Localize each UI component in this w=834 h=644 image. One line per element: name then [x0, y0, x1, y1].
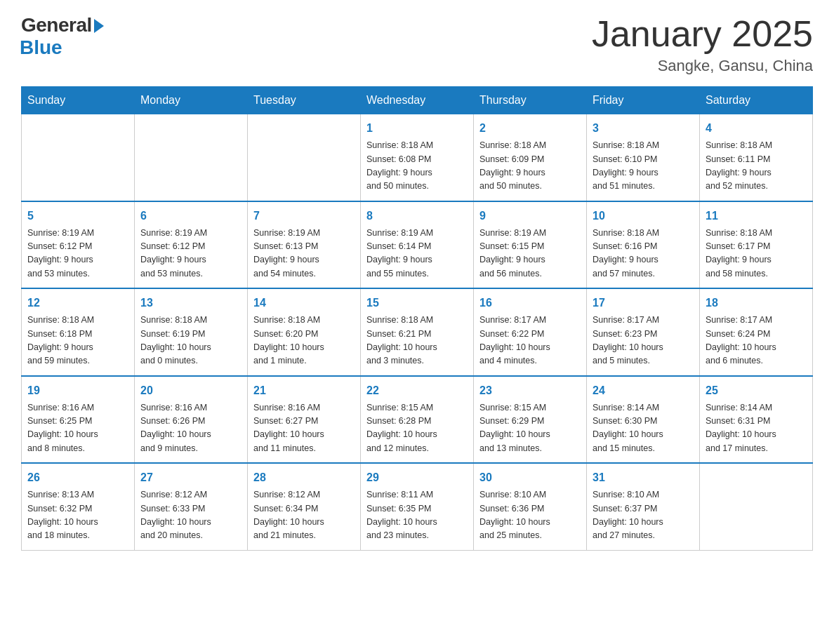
calendar-empty-cell — [135, 114, 248, 201]
page-header: General Blue January 2025 Sangke, Gansu,… — [21, 14, 813, 75]
day-info: Sunrise: 8:19 AMSunset: 6:15 PMDaylight:… — [479, 227, 581, 281]
calendar-week-row: 19Sunrise: 8:16 AMSunset: 6:25 PMDayligh… — [22, 376, 813, 464]
day-info: Sunrise: 8:18 AMSunset: 6:17 PMDaylight:… — [706, 227, 807, 281]
calendar-day-cell: 20Sunrise: 8:16 AMSunset: 6:26 PMDayligh… — [135, 376, 248, 464]
day-info: Sunrise: 8:18 AMSunset: 6:19 PMDaylight:… — [140, 314, 241, 368]
day-info: Sunrise: 8:19 AMSunset: 6:12 PMDaylight:… — [140, 227, 241, 281]
day-number: 15 — [366, 295, 468, 311]
calendar-day-cell: 16Sunrise: 8:17 AMSunset: 6:22 PMDayligh… — [474, 288, 587, 376]
calendar-day-cell: 1Sunrise: 8:18 AMSunset: 6:08 PMDaylight… — [361, 114, 474, 201]
day-info: Sunrise: 8:19 AMSunset: 6:13 PMDaylight:… — [253, 227, 355, 281]
calendar-day-cell: 4Sunrise: 8:18 AMSunset: 6:11 PMDaylight… — [700, 114, 813, 201]
day-info: Sunrise: 8:18 AMSunset: 6:11 PMDaylight:… — [706, 139, 807, 194]
calendar-header-row: SundayMondayTuesdayWednesdayThursdayFrid… — [22, 87, 813, 114]
day-number: 20 — [140, 382, 241, 399]
calendar-table: SundayMondayTuesdayWednesdayThursdayFrid… — [21, 86, 813, 551]
calendar-empty-cell — [700, 463, 813, 550]
day-number: 13 — [140, 295, 241, 311]
calendar-day-cell: 15Sunrise: 8:18 AMSunset: 6:21 PMDayligh… — [361, 288, 474, 376]
calendar-day-cell: 29Sunrise: 8:11 AMSunset: 6:35 PMDayligh… — [361, 463, 474, 550]
calendar-day-cell: 22Sunrise: 8:15 AMSunset: 6:28 PMDayligh… — [361, 376, 474, 464]
day-info: Sunrise: 8:18 AMSunset: 6:09 PMDaylight:… — [479, 139, 581, 194]
day-info: Sunrise: 8:17 AMSunset: 6:24 PMDaylight:… — [706, 314, 807, 368]
day-info: Sunrise: 8:12 AMSunset: 6:34 PMDaylight:… — [253, 488, 355, 543]
day-of-week-header: Friday — [587, 87, 700, 114]
calendar-day-cell: 8Sunrise: 8:19 AMSunset: 6:14 PMDaylight… — [361, 201, 474, 289]
day-info: Sunrise: 8:12 AMSunset: 6:33 PMDaylight:… — [140, 488, 241, 543]
calendar-day-cell: 17Sunrise: 8:17 AMSunset: 6:23 PMDayligh… — [587, 288, 700, 376]
day-number: 17 — [593, 295, 694, 311]
calendar-day-cell: 7Sunrise: 8:19 AMSunset: 6:13 PMDaylight… — [248, 201, 361, 289]
day-info: Sunrise: 8:19 AMSunset: 6:14 PMDaylight:… — [366, 227, 468, 281]
calendar-empty-cell — [248, 114, 361, 201]
calendar-day-cell: 10Sunrise: 8:18 AMSunset: 6:16 PMDayligh… — [587, 201, 700, 289]
calendar-day-cell: 18Sunrise: 8:17 AMSunset: 6:24 PMDayligh… — [700, 288, 813, 376]
day-info: Sunrise: 8:18 AMSunset: 6:20 PMDaylight:… — [253, 314, 355, 368]
day-number: 16 — [479, 295, 581, 311]
day-number: 6 — [140, 208, 241, 224]
calendar-day-cell: 9Sunrise: 8:19 AMSunset: 6:15 PMDaylight… — [474, 201, 587, 289]
day-info: Sunrise: 8:13 AMSunset: 6:32 PMDaylight:… — [27, 488, 128, 543]
day-number: 25 — [706, 382, 807, 399]
calendar-day-cell: 11Sunrise: 8:18 AMSunset: 6:17 PMDayligh… — [700, 201, 813, 289]
day-info: Sunrise: 8:18 AMSunset: 6:18 PMDaylight:… — [27, 314, 128, 368]
calendar-day-cell: 5Sunrise: 8:19 AMSunset: 6:12 PMDaylight… — [22, 201, 135, 289]
day-number: 7 — [253, 208, 355, 224]
calendar-day-cell: 23Sunrise: 8:15 AMSunset: 6:29 PMDayligh… — [474, 376, 587, 464]
logo-arrow-icon — [94, 19, 104, 33]
day-info: Sunrise: 8:18 AMSunset: 6:08 PMDaylight:… — [366, 139, 468, 194]
calendar-day-cell: 21Sunrise: 8:16 AMSunset: 6:27 PMDayligh… — [248, 376, 361, 464]
calendar-day-cell: 3Sunrise: 8:18 AMSunset: 6:10 PMDaylight… — [587, 114, 700, 201]
day-of-week-header: Tuesday — [248, 87, 361, 114]
calendar-day-cell: 2Sunrise: 8:18 AMSunset: 6:09 PMDaylight… — [474, 114, 587, 201]
day-number: 10 — [593, 208, 694, 224]
logo-general-text: General — [21, 14, 92, 36]
day-number: 29 — [366, 469, 468, 486]
calendar-day-cell: 12Sunrise: 8:18 AMSunset: 6:18 PMDayligh… — [22, 288, 135, 376]
calendar-week-row: 5Sunrise: 8:19 AMSunset: 6:12 PMDaylight… — [22, 201, 813, 289]
day-number: 31 — [593, 469, 694, 486]
day-number: 30 — [479, 469, 581, 486]
calendar-empty-cell — [22, 114, 135, 201]
calendar-day-cell: 26Sunrise: 8:13 AMSunset: 6:32 PMDayligh… — [22, 463, 135, 550]
day-number: 2 — [479, 120, 581, 137]
day-of-week-header: Saturday — [700, 87, 813, 114]
day-info: Sunrise: 8:16 AMSunset: 6:27 PMDaylight:… — [253, 401, 355, 456]
day-info: Sunrise: 8:10 AMSunset: 6:36 PMDaylight:… — [479, 488, 581, 543]
calendar-day-cell: 31Sunrise: 8:10 AMSunset: 6:37 PMDayligh… — [587, 463, 700, 550]
day-number: 3 — [593, 120, 694, 137]
calendar-day-cell: 14Sunrise: 8:18 AMSunset: 6:20 PMDayligh… — [248, 288, 361, 376]
logo: General Blue — [21, 14, 104, 59]
calendar-day-cell: 28Sunrise: 8:12 AMSunset: 6:34 PMDayligh… — [248, 463, 361, 550]
day-of-week-header: Monday — [135, 87, 248, 114]
calendar-day-cell: 13Sunrise: 8:18 AMSunset: 6:19 PMDayligh… — [135, 288, 248, 376]
day-number: 8 — [366, 208, 468, 224]
day-number: 24 — [593, 382, 694, 399]
day-of-week-header: Sunday — [22, 87, 135, 114]
calendar-title: January 2025 — [592, 14, 813, 54]
day-number: 18 — [706, 295, 807, 311]
day-info: Sunrise: 8:16 AMSunset: 6:25 PMDaylight:… — [27, 401, 128, 456]
day-number: 12 — [27, 295, 128, 311]
day-number: 14 — [253, 295, 355, 311]
day-info: Sunrise: 8:18 AMSunset: 6:10 PMDaylight:… — [593, 139, 694, 194]
calendar-day-cell: 19Sunrise: 8:16 AMSunset: 6:25 PMDayligh… — [22, 376, 135, 464]
day-number: 22 — [366, 382, 468, 399]
day-info: Sunrise: 8:16 AMSunset: 6:26 PMDaylight:… — [140, 401, 241, 456]
calendar-week-row: 1Sunrise: 8:18 AMSunset: 6:08 PMDaylight… — [22, 114, 813, 201]
day-info: Sunrise: 8:19 AMSunset: 6:12 PMDaylight:… — [27, 227, 128, 281]
calendar-day-cell: 6Sunrise: 8:19 AMSunset: 6:12 PMDaylight… — [135, 201, 248, 289]
day-number: 21 — [253, 382, 355, 399]
calendar-day-cell: 27Sunrise: 8:12 AMSunset: 6:33 PMDayligh… — [135, 463, 248, 550]
day-number: 1 — [366, 120, 468, 137]
title-block: January 2025 Sangke, Gansu, China — [592, 14, 813, 75]
day-info: Sunrise: 8:18 AMSunset: 6:21 PMDaylight:… — [366, 314, 468, 368]
calendar-week-row: 26Sunrise: 8:13 AMSunset: 6:32 PMDayligh… — [22, 463, 813, 550]
day-number: 4 — [706, 120, 807, 137]
day-number: 5 — [27, 208, 128, 224]
day-info: Sunrise: 8:11 AMSunset: 6:35 PMDaylight:… — [366, 488, 468, 543]
day-info: Sunrise: 8:14 AMSunset: 6:31 PMDaylight:… — [706, 401, 807, 456]
day-number: 28 — [253, 469, 355, 486]
day-info: Sunrise: 8:18 AMSunset: 6:16 PMDaylight:… — [593, 227, 694, 281]
calendar-day-cell: 25Sunrise: 8:14 AMSunset: 6:31 PMDayligh… — [700, 376, 813, 464]
